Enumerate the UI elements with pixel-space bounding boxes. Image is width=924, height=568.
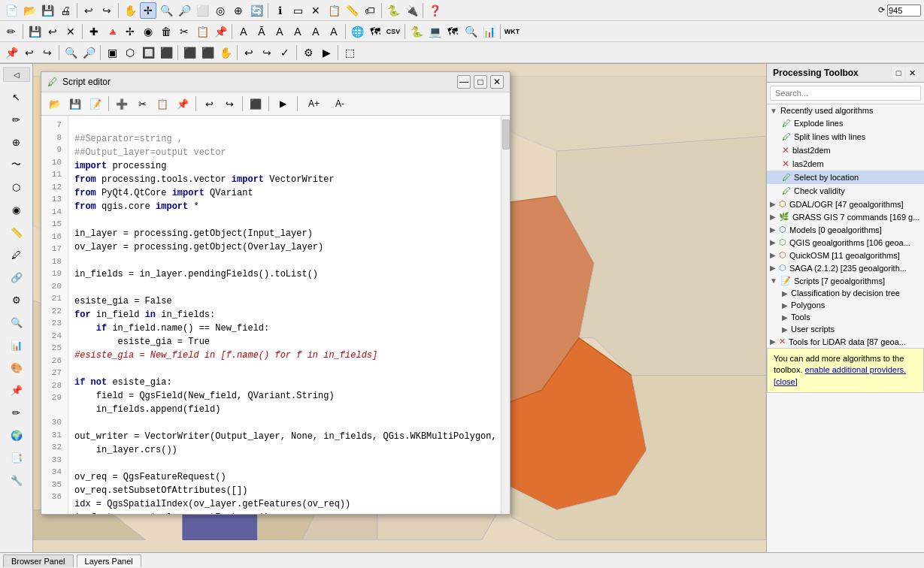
add-poly-tool[interactable]: ⬡ [3, 177, 30, 198]
help-btn[interactable]: ❓ [426, 2, 443, 19]
layers-panel-tab[interactable]: Layers Panel [77, 554, 141, 567]
plugins-btn[interactable]: 🔌 [403, 2, 420, 19]
node-tool[interactable]: ◉ [3, 199, 30, 220]
editor-font-minus-btn[interactable]: A- [329, 95, 351, 113]
globe-btn[interactable]: 🌐 [349, 23, 365, 40]
open-btn[interactable]: 📂 [21, 2, 38, 19]
map-btn[interactable]: 🗺 [444, 23, 461, 40]
snap-tool[interactable]: 🔗 [3, 267, 30, 288]
select-rect-btn[interactable]: ▭ [289, 2, 306, 19]
cursor-tool[interactable]: ↖ [3, 86, 30, 107]
zoom-out-btn[interactable]: 🔎 [176, 2, 192, 19]
redo2-btn[interactable]: ↪ [39, 44, 56, 61]
select-btn[interactable]: ✢ [140, 2, 156, 19]
editor-toggle-btn[interactable]: ⬛ [247, 95, 265, 113]
scripts-group[interactable]: ▼ 📝 Scripts [7 geoalgorithms] [767, 274, 924, 287]
zoom-full-btn[interactable]: ⬜ [194, 2, 211, 19]
pan2-btn[interactable]: ✋ [217, 44, 234, 61]
editor-add-btn[interactable]: ➕ [113, 95, 131, 113]
wkb-btn[interactable]: WKT [504, 23, 520, 40]
rollback-btn[interactable]: ↩ [44, 23, 61, 40]
paste-btn[interactable]: 📌 [212, 23, 229, 40]
settings-btn[interactable]: ⚙ [300, 44, 317, 61]
select-poly-btn[interactable]: ⬡ [122, 44, 138, 61]
tile2-btn[interactable]: ⬛ [199, 44, 216, 61]
editor-undo-btn[interactable]: ↩ [200, 95, 218, 113]
globe-tool[interactable]: 🌍 [3, 424, 30, 446]
zoom-prev-btn[interactable]: 🔍 [62, 44, 79, 61]
settings-tool[interactable]: ⚙ [3, 289, 30, 310]
style-tool[interactable]: 🎨 [3, 357, 30, 378]
editor-copy-btn[interactable]: 📋 [153, 95, 171, 113]
undo3-btn[interactable]: ↩ [241, 44, 257, 61]
cut-btn[interactable]: ✂ [176, 23, 192, 40]
quickosm-group[interactable]: ▶ ⬡ QuickOSM [11 geoalgorithms] [767, 249, 924, 261]
recent-algo-blast2dem[interactable]: ✕ blast2dem [767, 144, 924, 157]
lidar-group[interactable]: ▶ ✕ Tools for LiDAR data [87 geoa... [767, 335, 924, 348]
chart-tool[interactable]: 📊 [3, 334, 30, 355]
layer-tool[interactable]: 📑 [3, 447, 30, 468]
refresh-btn[interactable]: 🔄 [248, 2, 265, 19]
measure-tool[interactable]: 📏 [3, 222, 30, 243]
editor-font-plus-btn[interactable]: A+ [301, 95, 326, 113]
search-tool[interactable]: 🔍 [3, 312, 30, 333]
scripts-tools[interactable]: ▶ Tools [767, 311, 924, 323]
editor-run-btn[interactable]: ▶ [273, 95, 293, 113]
editor-paste-btn[interactable]: 📌 [174, 95, 192, 113]
run-btn[interactable]: ▶ [318, 44, 335, 61]
recent-algo-split-lines[interactable]: 🖊 Split lines with lines [767, 130, 924, 144]
node-btn[interactable]: ◉ [140, 23, 156, 40]
scripts-user-scripts[interactable]: ▶ User scripts [767, 323, 924, 335]
scripts-polygons[interactable]: ▶ Polygons [767, 299, 924, 311]
stats-btn[interactable]: 📊 [480, 23, 497, 40]
apply-btn[interactable]: ✓ [277, 44, 293, 61]
save-btn[interactable]: 💾 [39, 2, 56, 19]
rotation-input[interactable] [887, 5, 921, 17]
zoom-selection-btn[interactable]: ⊕ [230, 2, 247, 19]
add-point-tool[interactable]: ⊕ [3, 131, 30, 153]
delete-btn[interactable]: 🗑 [158, 23, 174, 40]
code-text[interactable]: ##Separator=string , ##Output_layer=outp… [68, 116, 501, 514]
edit-tool[interactable]: ✏ [3, 109, 30, 130]
zoom-in-btn[interactable]: 🔍 [158, 2, 174, 19]
minimize-btn[interactable]: — [457, 75, 471, 89]
csv-btn[interactable]: CSV [385, 23, 401, 40]
undo2-btn[interactable]: ↩ [21, 44, 38, 61]
select-loc-btn[interactable]: ▣ [104, 44, 120, 61]
scripts-classification[interactable]: ▶ Classification by decision tree [767, 287, 924, 299]
select-rad-btn[interactable]: ⬛ [158, 44, 174, 61]
label-3-btn[interactable]: A [271, 23, 288, 40]
browser-btn[interactable]: 🔍 [462, 23, 479, 40]
editor-redo-btn[interactable]: ↪ [220, 95, 238, 113]
editor-open-btn[interactable]: 📂 [46, 95, 64, 113]
snap-btn[interactable]: 📌 [3, 44, 20, 61]
save-as-btn[interactable]: 🖨 [57, 2, 74, 19]
python2-btn[interactable]: 🐍 [408, 23, 425, 40]
move-btn[interactable]: ✢ [122, 23, 138, 40]
editor-saveas-btn[interactable]: 📝 [86, 95, 105, 113]
draw-tool[interactable]: ✏ [3, 402, 30, 423]
code-scrollbar[interactable] [501, 116, 510, 514]
saga-group[interactable]: ▶ ⬡ SAGA (2.1.2) [235 geoalgorith... [767, 261, 924, 274]
cancel-edit-btn[interactable]: ✕ [62, 23, 79, 40]
python-btn[interactable]: 🐍 [385, 2, 401, 19]
recent-algo-explode-lines[interactable]: 🖊 Explode lines [767, 116, 924, 130]
gdal-group[interactable]: ▶ ⬡ GDAL/OGR [47 geoalgorithms] [767, 198, 924, 210]
maximize-btn[interactable]: □ [474, 75, 487, 89]
save-edits-btn[interactable]: 💾 [26, 23, 43, 40]
redo-btn[interactable]: ↪ [98, 2, 115, 19]
zoom-layer-btn[interactable]: ◎ [212, 2, 229, 19]
browser-panel-tab[interactable]: Browser Panel [3, 554, 74, 567]
tooltip-close[interactable]: [close] [774, 377, 798, 386]
label-5-btn[interactable]: A [307, 23, 324, 40]
map-area[interactable]: 🖊 Script editor — □ ✕ 📂 💾 📝 ➕ [33, 64, 766, 552]
pan-btn[interactable]: ✋ [122, 2, 138, 19]
identify-btn[interactable]: ℹ [271, 2, 288, 19]
scrollbar-thumb[interactable] [502, 119, 510, 150]
add-feature-btn[interactable]: ✚ [86, 23, 102, 40]
deselect-btn[interactable]: ✕ [307, 2, 324, 19]
models-group[interactable]: ▶ ⬡ Models [0 geoalgorithms] [767, 223, 924, 236]
tooltip-link[interactable]: enable additional providers. [805, 365, 907, 374]
panel-undock-btn[interactable]: □ [892, 67, 904, 79]
undo-btn[interactable]: ↩ [80, 2, 97, 19]
